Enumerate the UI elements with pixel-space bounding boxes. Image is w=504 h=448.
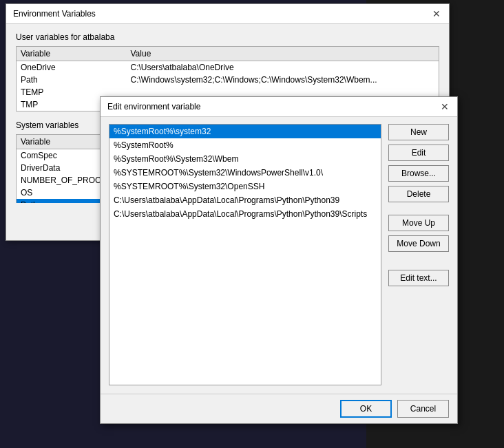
user-variables-label: User variables for atbalaba <box>16 32 439 42</box>
list-item-powershell[interactable]: %SYSTEMROOT%\System32\WindowsPowerShell\… <box>109 166 381 180</box>
list-item-python39-scripts[interactable]: C:\Users\atbalaba\AppData\Local\Programs… <box>109 207 381 221</box>
edit-dialog-close-button[interactable]: ✕ <box>439 101 450 112</box>
move-down-button[interactable]: Move Down <box>388 235 449 252</box>
edit-dialog-footer: OK Cancel <box>101 394 457 423</box>
new-button[interactable]: New <box>388 124 449 140</box>
edit-action-buttons: New Edit Browse... Delete Move Up Move D… <box>388 124 449 385</box>
delete-button[interactable]: Delete <box>388 186 449 202</box>
user-col-variable-header: Variable <box>17 47 127 61</box>
move-up-button[interactable]: Move Up <box>388 215 449 231</box>
edit-cancel-button[interactable]: Cancel <box>397 400 449 418</box>
user-table-header-row: Variable Value <box>17 47 439 61</box>
list-item-python39[interactable]: C:\Users\atbalaba\AppData\Local\Programs… <box>109 193 381 207</box>
env-dialog-title: Environment Variables <box>13 9 96 19</box>
var-name-cell: Path <box>17 74 127 86</box>
list-item-systemroot32[interactable]: %SystemRoot%\system32 <box>109 125 381 138</box>
browse-button[interactable]: Browse... <box>388 165 449 182</box>
list-item-openssh[interactable]: %SYSTEMROOT%\System32\OpenSSH <box>109 180 381 193</box>
edit-text-button[interactable]: Edit text... <box>388 270 449 286</box>
table-row[interactable]: Path C:\Windows\system32;C:\Windows;C:\W… <box>17 74 439 86</box>
list-item-systemroot[interactable]: %SystemRoot% <box>109 138 381 152</box>
edit-dialog-body: %SystemRoot%\system32 %SystemRoot% %Syst… <box>101 117 457 394</box>
edit-button[interactable]: Edit <box>388 145 449 161</box>
list-item-systemroot-wbem[interactable]: %SystemRoot%\System32\Wbem <box>109 152 381 166</box>
var-value-cell: C:\Windows\system32;C:\Windows;C:\Window… <box>127 74 439 86</box>
user-col-value-header: Value <box>127 47 439 61</box>
var-value-cell: C:\Users\atbalaba\OneDrive <box>127 61 439 74</box>
edit-list[interactable]: %SystemRoot%\system32 %SystemRoot% %Syst… <box>109 124 381 385</box>
var-name-cell: OneDrive <box>17 61 127 74</box>
table-row[interactable]: OneDrive C:\Users\atbalaba\OneDrive <box>17 61 439 74</box>
edit-dialog-titlebar: Edit environment variable ✕ <box>101 97 457 117</box>
edit-ok-button[interactable]: OK <box>340 400 392 418</box>
env-dialog-close-button[interactable]: ✕ <box>431 8 442 19</box>
edit-env-dialog: Edit environment variable ✕ %SystemRoot%… <box>100 96 458 424</box>
env-dialog-titlebar: Environment Variables ✕ <box>6 4 449 24</box>
edit-dialog-title: Edit environment variable <box>107 102 200 111</box>
